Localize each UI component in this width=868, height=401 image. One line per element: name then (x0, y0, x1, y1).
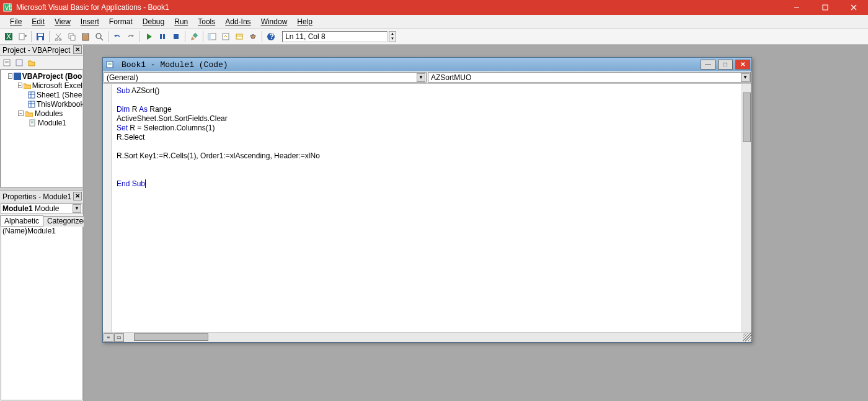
menu-debug[interactable]: Debug (138, 16, 169, 27)
tab-alphabetic[interactable]: Alphabetic (0, 215, 43, 226)
resize-grip-icon[interactable] (743, 333, 751, 341)
app-title: Microsoft Visual Basic for Applications … (16, 3, 782, 12)
svg-rect-3 (823, 5, 828, 10)
svg-rect-29 (252, 34, 254, 36)
excel-icon[interactable]: X (2, 30, 15, 43)
svg-rect-22 (174, 34, 179, 39)
save-icon[interactable] (34, 30, 46, 43)
svg-text:?: ? (270, 32, 274, 41)
menu-edit[interactable]: Edit (27, 16, 50, 27)
menu-help[interactable]: Help (292, 16, 317, 27)
app-icon: vb (2, 2, 12, 12)
run-icon[interactable] (143, 30, 155, 43)
project-tree[interactable]: −VBAProject (Book1 −Microsoft Excel Ob S… (0, 70, 83, 187)
svg-rect-17 (84, 33, 87, 35)
tree-modules[interactable]: Modules (35, 109, 63, 118)
break-icon[interactable] (156, 30, 169, 43)
menu-window[interactable]: Window (256, 16, 293, 27)
procedure-dropdown[interactable]: AZSortMUO ▼ (428, 72, 751, 83)
menubar: File Edit View Insert Format Debug Run T… (0, 15, 868, 29)
properties-grid[interactable]: (Name) Module1 (1, 226, 82, 400)
svg-rect-35 (16, 60, 22, 66)
code-minimize-button[interactable]: — (701, 60, 715, 70)
tree-excel-objects[interactable]: Microsoft Excel Ob (32, 81, 83, 90)
project-explorer-icon[interactable] (206, 30, 218, 43)
horizontal-scrollbar[interactable] (125, 333, 743, 342)
code-maximize-button[interactable]: □ (718, 60, 733, 70)
insert-dropdown-icon[interactable] (16, 30, 29, 43)
mdi-area: Book1 - Module1 (Code) — □ ✕ (General) ▼… (84, 45, 868, 401)
tree-thisworkbook[interactable]: ThisWorkbook (37, 100, 83, 109)
prop-name-value[interactable]: Module1 (26, 227, 82, 236)
tree-root[interactable]: VBAProject (Book1 (22, 72, 83, 81)
module-icon (105, 60, 114, 69)
properties-panel-title: Properties - Module1 ✕ (0, 191, 83, 202)
svg-rect-26 (223, 34, 229, 40)
menu-format[interactable]: Format (104, 16, 138, 27)
svg-rect-36 (14, 73, 21, 80)
reset-icon[interactable] (170, 30, 182, 43)
menu-file[interactable]: File (5, 16, 27, 27)
paste-icon[interactable] (79, 30, 92, 43)
object-dropdown[interactable]: (General) ▼ (104, 72, 427, 83)
tree-sheet1[interactable]: Sheet1 (Shee (37, 91, 82, 99)
toolbox-icon[interactable] (247, 30, 259, 43)
full-module-view-button[interactable]: ▭ (114, 333, 124, 342)
toggle-folders-icon[interactable] (26, 57, 37, 68)
code-window-title: Book1 - Module1 (Code) (117, 58, 699, 72)
properties-icon[interactable] (219, 30, 232, 43)
menu-addins[interactable]: Add-Ins (220, 16, 255, 27)
menu-tools[interactable]: Tools (193, 16, 220, 27)
properties-object-combo[interactable]: Module1 Module ▼ (1, 203, 82, 214)
chevron-down-icon[interactable]: ▼ (741, 73, 750, 82)
cut-icon[interactable] (52, 30, 64, 43)
chevron-down-icon[interactable]: ▼ (417, 73, 425, 82)
svg-rect-21 (163, 34, 165, 39)
object-browser-icon[interactable] (233, 30, 246, 43)
svg-rect-25 (208, 34, 211, 40)
svg-rect-8 (19, 34, 24, 40)
view-code-icon[interactable] (1, 57, 12, 68)
close-button[interactable] (839, 0, 868, 15)
project-panel-title: Project - VBAProject ✕ (0, 45, 83, 56)
maximize-button[interactable] (811, 0, 839, 15)
svg-point-18 (96, 34, 101, 38)
redo-icon[interactable] (125, 30, 137, 43)
properties-tabs: Alphabetic Categorized (0, 215, 83, 226)
properties-panel-close-icon[interactable]: ✕ (73, 192, 82, 200)
design-mode-icon[interactable] (188, 30, 200, 43)
svg-rect-40 (29, 101, 35, 107)
svg-rect-10 (38, 34, 43, 36)
svg-line-19 (100, 38, 103, 40)
left-panel: Project - VBAProject ✕ −VBAProject (Book… (0, 45, 84, 401)
position-status: Ln 11, Col 8 (282, 31, 388, 42)
status-spinner[interactable]: ▲▼ (389, 31, 396, 42)
view-object-icon[interactable] (14, 57, 25, 68)
chevron-down-icon[interactable]: ▼ (73, 204, 81, 213)
svg-rect-37 (29, 92, 35, 98)
titlebar: vb Microsoft Visual Basic for Applicatio… (0, 0, 868, 15)
help-icon[interactable]: ? (265, 30, 277, 43)
vertical-scrollbar[interactable] (742, 84, 751, 332)
undo-icon[interactable] (111, 30, 123, 43)
procedure-view-button[interactable]: ≡ (104, 333, 113, 342)
code-window: Book1 - Module1 (Code) — □ ✕ (General) ▼… (102, 57, 752, 343)
svg-rect-15 (71, 35, 75, 40)
main-toolbar: X ? Ln 11, Col 8 ▲▼ (0, 29, 868, 45)
code-close-button[interactable]: ✕ (735, 60, 750, 70)
code-margin[interactable] (103, 84, 112, 332)
menu-insert[interactable]: Insert (76, 16, 104, 27)
svg-text:vb: vb (5, 3, 12, 12)
svg-rect-27 (236, 34, 242, 39)
code-window-titlebar[interactable]: Book1 - Module1 (Code) — □ ✕ (103, 58, 751, 71)
copy-icon[interactable] (66, 30, 78, 43)
menu-view[interactable]: View (50, 16, 76, 27)
tree-module1[interactable]: Module1 (38, 119, 66, 127)
code-editor[interactable]: Sub AZSort() Dim R As Range ActiveSheet.… (112, 84, 742, 332)
svg-text:X: X (6, 32, 11, 41)
find-icon[interactable] (93, 30, 105, 43)
project-toolbar (0, 56, 83, 70)
menu-run[interactable]: Run (169, 16, 193, 27)
minimize-button[interactable] (782, 0, 811, 15)
project-panel-close-icon[interactable]: ✕ (73, 45, 82, 54)
